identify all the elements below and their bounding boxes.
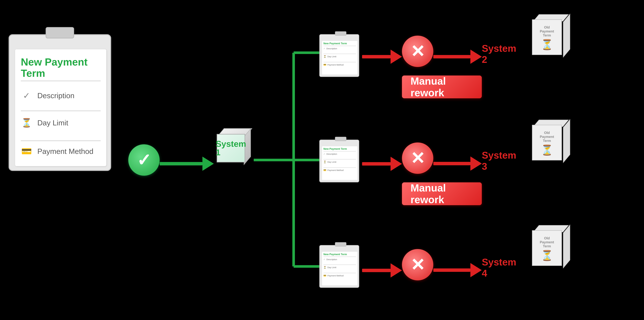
branch3-row-desc: ✓ Description [324,258,337,261]
branch2-check-icon: ✓ [324,153,325,155]
cube-front-1: System1 [217,134,245,162]
arrow-branch2-to-sys3 [433,156,482,171]
hourglass-icon: ⏳ [21,118,32,128]
system4-label: System4 [482,257,516,279]
divider-1 [21,81,101,81]
manual-rework-2-text: Manual rework [410,182,473,205]
branch1-line2 [324,54,356,54]
x-mark-2: ✕ [410,150,425,167]
clipboard-body: New Payment Term ✓ Description ⏳ Day Lim… [8,34,111,171]
branch2-doc-clip [335,137,346,141]
branch1-payment-icon: 💳 [324,63,326,66]
branch2-line1 [324,151,356,151]
branch2-row-pay: 💳 Payment Method [324,169,344,172]
branch1-doc-clip [335,31,346,36]
system-1-cube: System1 [214,128,251,165]
branch3-doc-clip [335,242,346,247]
arrow-shaft-sys4 [433,269,470,272]
divider-2 [21,111,101,111]
branch1-doc-paper: New Payment Term ✓ Description ⏳ Day Lim… [322,41,357,74]
branch2-row-desc: ✓ Description [324,153,337,155]
checkmark-icon: ✓ [137,150,151,170]
branch2-hourglass-icon: ⏳ [324,161,326,163]
arrow-branch3-to-sys4 [433,263,482,277]
arrow-shaft-sys2 [433,55,470,58]
branch3-row-day: ⏳ Day Limit [324,266,336,269]
arrow-head-branch1 [390,49,402,64]
branch3-doc: New Payment Term ✓ Description ⏳ Day Lim… [319,242,362,288]
x-mark-3: ✕ [410,256,425,273]
arrow-shaft-branch1 [362,55,390,58]
branch1-check-icon: ✓ [324,47,325,50]
branch1-doc-title: New Payment Term [324,42,347,45]
branch3-hourglass-icon: ⏳ [324,266,326,269]
branch1-doc-body: New Payment Term ✓ Description ⏳ Day Lim… [319,34,359,77]
x-circle-branch2: ✕ [402,142,433,174]
old-term-3d-2: OldPaymentTerm ⏳ [530,120,570,162]
branch1-row-day: ⏳ Day Limit [324,55,336,58]
branch1-line1 [324,46,356,46]
arrow-shaft-sys3 [433,162,470,165]
arrow-shaft-branch3 [362,269,390,272]
branch3-doc-body: New Payment Term ✓ Description ⏳ Day Lim… [319,245,359,288]
cube-visual-1: System1 [214,128,251,165]
branch3-line3 [324,273,356,273]
clipboard-item-paymethod: 💳 Payment Method [21,146,93,156]
branch2-doc-paper: New Payment Term ✓ Description ⏳ Day Lim… [322,146,357,180]
clipboard-item-description: ✓ Description [21,91,74,101]
old-term-2-label: OldPaymentTerm [538,129,556,144]
arrow-head-sys2 [470,49,482,64]
manual-rework-1: Manual rework [402,75,482,98]
check-circle: ✓ [128,144,160,176]
arrow-branch3-to-x [362,263,402,278]
old-term-2-hourglass: ⏳ [541,144,553,156]
arrow-branch2-to-x [362,157,402,171]
old-term-3-label: OldPaymentTerm [538,235,556,250]
clipboard-clip [46,27,74,38]
branch3-line1 [324,257,356,257]
check-icon: ✓ [21,91,32,101]
payment-icon: 💳 [21,146,32,156]
branch2-doc-title: New Payment Term [324,147,347,150]
branch2-line3 [324,167,356,168]
otb-front-3: OldPaymentTerm ⏳ [532,230,562,266]
manual-rework-1-text: Manual rework [410,75,473,99]
arrow-branch1-to-x [362,49,402,64]
otb-right-1 [563,13,570,58]
arrow-head-green [202,157,214,171]
arrow-shaft-green [160,162,202,165]
system3-label: System3 [482,150,516,172]
otb-front-2: OldPaymentTerm ⏳ [532,125,562,160]
arrow-to-system1 [160,157,214,171]
branch1-row-desc: ✓ Description [324,47,337,50]
branch3-doc-title: New Payment Term [324,253,347,256]
otb-right-2 [563,119,570,163]
clipboard-item-daylimit: ⏳ Day Limit [21,118,68,128]
arrow-head-branch2 [390,157,402,171]
old-term-3d-3: OldPaymentTerm ⏳ [530,225,570,268]
arrow-shaft-branch2 [362,162,390,166]
main-clipboard-title: New Payment Term [21,56,106,79]
arrow-head-sys4 [470,263,482,277]
branch1-row-pay: 💳 Payment Method [324,63,344,66]
x-mark-1: ✕ [410,43,425,60]
branch2-row-day: ⏳ Day Limit [324,161,336,163]
system1-label: System1 [216,140,246,157]
old-term-3d-1: OldPaymentTerm ⏳ [530,14,570,57]
branch1-hourglass-icon: ⏳ [324,55,326,58]
x-circle-branch3: ✕ [402,249,433,280]
arrow-head-branch3 [390,263,402,278]
branch2-line2 [324,159,356,159]
otb-right-3 [563,224,570,269]
old-term-2: OldPaymentTerm ⏳ [530,120,570,162]
branch3-doc-paper: New Payment Term ✓ Description ⏳ Day Lim… [322,252,357,285]
otb-front-1: OldPaymentTerm ⏳ [532,19,562,55]
old-term-3-hourglass: ⏳ [541,250,553,261]
manual-rework-2: Manual rework [402,182,482,205]
branch3-row-pay: 💳 Payment Method [324,274,344,277]
system2-label: System2 [482,43,516,65]
main-clipboard: New Payment Term ✓ Description ⏳ Day Lim… [8,23,111,171]
branch3-check-icon: ✓ [324,258,325,261]
arrow-head-sys3 [470,156,482,171]
branch2-payment-icon: 💳 [324,169,326,172]
